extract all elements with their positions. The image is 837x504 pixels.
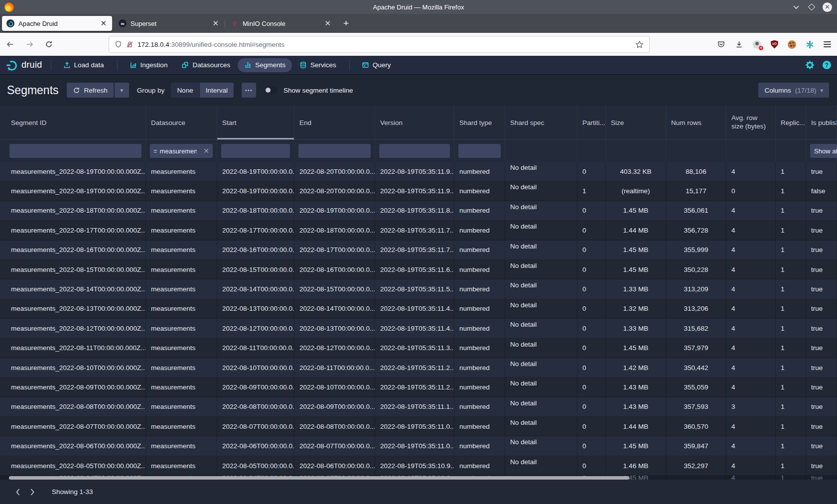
cell-datasource[interactable]: measurements [146,221,217,240]
cell-num-rows[interactable]: 357,593 [666,397,726,416]
scrollbar-thumb[interactable] [9,476,629,480]
cell-start[interactable]: 2022-08-08T00:00:00.0... [217,397,294,416]
cell-avg-row-size[interactable]: 4 [726,260,776,279]
cell-num-rows[interactable]: 88,106 [666,162,726,181]
cell-segment-id[interactable]: measurements_2022-08-06T00:00:00.000Z... [0,436,146,455]
cell-size[interactable]: 1.32 MB [606,299,666,318]
cell-partition[interactable]: 1 [577,181,606,200]
nav-item-services[interactable]: Services [293,58,343,72]
back-button[interactable] [6,40,14,48]
cell-partition[interactable]: 0 [577,378,606,396]
column-header-is-published[interactable]: Is published [806,106,837,139]
group-by-none-button[interactable]: None [171,83,199,98]
cookie-extension-icon[interactable] [788,40,796,49]
cell-replication[interactable]: 1 [776,417,806,436]
column-header-datasource[interactable]: Datasource [146,106,217,139]
browser-tab-superset[interactable]: ∞Superset✕ [114,16,224,31]
cell-version[interactable]: 2022-08-19T05:35:11.9... [375,181,454,200]
cell-partition[interactable]: 0 [577,358,606,377]
cell-segment-id[interactable]: measurements_2022-08-14T00:00:00.000Z... [0,279,146,298]
cell-num-rows[interactable]: 315,682 [666,319,726,338]
cell-partition[interactable]: 0 [577,221,606,240]
cell-avg-row-size[interactable]: 4 [726,279,776,298]
tag-clear-icon[interactable]: ✕ [203,147,209,155]
cell-replication[interactable]: 1 [776,279,806,298]
columns-button[interactable]: Columns(17/18)▾ [758,83,829,98]
cell-avg-row-size[interactable]: 4 [726,378,776,396]
cell-shard-type[interactable]: numbered [454,319,505,338]
cell-partition[interactable]: 0 [577,417,606,436]
cell-segment-id[interactable]: measurements_2022-08-15T00:00:00.000Z... [0,260,146,279]
cell-partition[interactable]: 0 [577,260,606,279]
cell-datasource[interactable]: measurements [146,397,217,416]
minimize-button[interactable] [792,2,801,11]
cell-shard-spec[interactable]: No detail [505,417,577,436]
cell-avg-row-size[interactable]: 4 [726,339,776,358]
help-icon[interactable]: ? [823,61,831,69]
group-by-interval-button[interactable]: Interval [200,83,234,98]
cell-segment-id[interactable]: measurements_2022-08-10T00:00:00.000Z... [0,358,146,377]
cell-shard-spec[interactable]: No detail [505,456,577,475]
cell-datasource[interactable]: measurements [146,417,217,436]
cell-avg-row-size[interactable]: 4 [726,162,776,181]
cell-num-rows[interactable]: 350,442 [666,358,726,377]
cell-datasource[interactable]: measurements [146,201,217,220]
cell-is-published[interactable]: true [806,299,837,318]
cell-shard-type[interactable]: numbered [454,456,505,475]
forward-button[interactable] [25,40,34,48]
cell-size[interactable]: 1.44 MB [606,417,666,436]
browser-tab-apache-druid[interactable]: Apache Druid✕ [2,16,112,31]
settings-gear-icon[interactable] [805,60,815,70]
cell-segment-id[interactable]: measurements_2022-08-05T00:00:00.000Z... [0,456,146,475]
cell-version[interactable]: 2022-08-19T05:35:11.5... [375,279,454,298]
column-header-avg-row-size[interactable]: Avg. row size (bytes) [726,106,776,139]
cell-avg-row-size[interactable]: 4 [726,241,776,259]
horizontal-scrollbar[interactable] [0,476,837,480]
cell-shard-type[interactable]: numbered [454,201,505,220]
insecure-lock-icon[interactable] [126,41,134,48]
cell-num-rows[interactable]: 313,206 [666,299,726,318]
cell-segment-id[interactable]: measurements_2022-08-17T00:00:00.000Z... [0,221,146,240]
cell-num-rows[interactable]: 360,570 [666,417,726,436]
cell-partition[interactable]: 0 [577,397,606,416]
cell-segment-id[interactable]: measurements_2022-08-19T00:00:00.000Z... [0,162,146,181]
cell-start[interactable]: 2022-08-10T00:00:00.0... [217,358,294,377]
cell-version[interactable]: 2022-08-19T05:35:11.4... [375,319,454,338]
cell-size[interactable]: 1.43 MB [606,397,666,416]
tab-close-icon[interactable]: ✕ [323,19,332,28]
cell-size[interactable]: 1.43 MB [606,378,666,396]
cell-replication[interactable]: 1 [776,436,806,455]
cell-shard-spec[interactable]: No detail [505,339,577,358]
cell-size[interactable]: 1.45 MB [606,201,666,220]
column-header-end[interactable]: End [294,106,375,139]
cell-start[interactable]: 2022-08-15T00:00:00.0... [217,260,294,279]
cell-avg-row-size[interactable]: 4 [726,417,776,436]
cell-num-rows[interactable]: 15,177 [666,181,726,200]
cell-version[interactable]: 2022-08-19T05:35:11.9... [375,162,454,181]
cell-replication[interactable]: 1 [776,221,806,240]
identity-extension-icon[interactable] [753,40,761,49]
cell-end[interactable]: 2022-08-18T00:00:00.0... [294,221,375,240]
filter-input-end[interactable] [298,144,371,158]
cell-version[interactable]: 2022-08-19T05:35:11.7... [375,221,454,240]
prev-page-button[interactable] [10,488,25,496]
cell-shard-type[interactable]: numbered [454,378,505,396]
column-header-version[interactable]: Version [375,106,454,139]
cell-avg-row-size[interactable]: 4 [726,436,776,455]
cell-shard-spec[interactable]: No detail [505,358,577,377]
cell-start[interactable]: 2022-08-13T00:00:00.0... [217,299,294,318]
filter-input-version[interactable] [379,144,450,158]
cell-datasource[interactable]: measurements [146,181,217,200]
cell-end[interactable]: 2022-08-11T00:00:00.0... [294,358,375,377]
filter-input-segment-id[interactable] [9,144,141,158]
cell-shard-spec[interactable]: No detail [505,201,577,220]
cell-replication[interactable]: 1 [776,181,806,200]
cell-end[interactable]: 2022-08-15T00:00:00.0... [294,279,375,298]
cell-shard-type[interactable]: numbered [454,241,505,259]
cell-end[interactable]: 2022-08-20T00:00:00.0... [294,162,375,181]
colorful-extension-icon[interactable] [806,40,814,49]
cell-version[interactable]: 2022-08-19T05:35:11.1... [375,397,454,416]
cell-datasource[interactable]: measurements [146,339,217,358]
cell-num-rows[interactable]: 355,059 [666,378,726,396]
cell-shard-spec[interactable]: No detail [505,279,577,298]
